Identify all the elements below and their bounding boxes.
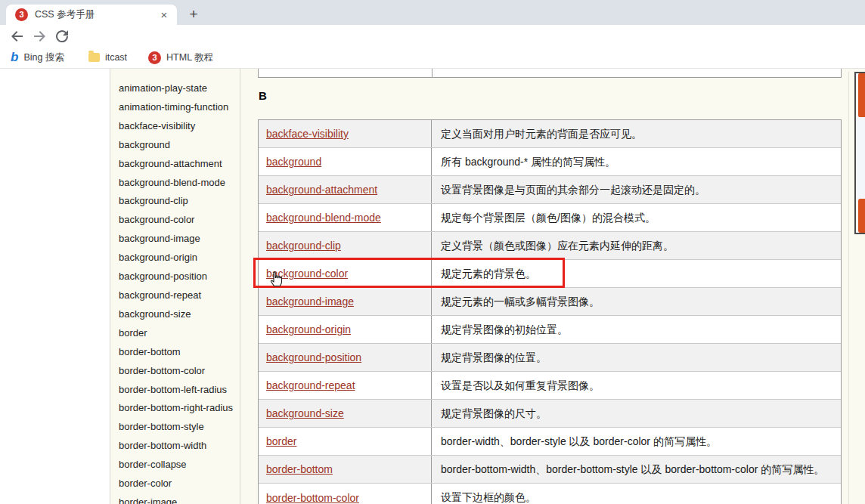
tab-close-icon[interactable]: × xyxy=(157,8,171,22)
browser-window: 3 CSS 参考手册 × + w3school.com.cn/cssref/in… xyxy=(0,0,865,504)
table-row: background 所有 background-* 属性的简写属性。 xyxy=(259,148,841,176)
property-cell: backface-visibility xyxy=(259,120,432,147)
sidebar-item[interactable]: background-blend-mode xyxy=(119,174,238,193)
refresh-icon[interactable] xyxy=(53,27,71,45)
property-link[interactable]: border-bottom xyxy=(266,463,333,475)
previous-table-partial xyxy=(258,69,842,78)
table-row: background-clip 定义背景（颜色或图像）应在元素内延伸的距离。 xyxy=(259,232,841,260)
sidebar-item[interactable]: background-position xyxy=(119,267,238,286)
description-cell: 规定每个背景图层（颜色/图像）的混合模式。 xyxy=(432,204,841,231)
description-cell: 规定元素的背景色。 xyxy=(432,260,841,287)
table-row: background-position 规定背景图像的位置。 xyxy=(259,344,841,372)
property-cell: background-image xyxy=(259,288,432,315)
table-row: background-origin 规定背景图像的初始位置。 xyxy=(259,316,841,344)
bookmarks-bar: b Bing 搜索 itcast 3 HTML 教程 xyxy=(0,47,865,69)
w3school-favicon-icon: 3 xyxy=(15,8,28,21)
browser-toolbar: w3school.com.cn/cssref/index.asp xyxy=(0,25,865,47)
hand-cursor-icon xyxy=(269,270,285,288)
sidebar-item[interactable]: border-bottom-width xyxy=(119,437,238,456)
sidebar-item[interactable]: animation-timing-function xyxy=(119,98,238,117)
description-text: 规定背景图像的初始位置。 xyxy=(441,323,568,337)
description-text: border-width、border-style 以及 border-colo… xyxy=(441,434,717,449)
property-cell: background-origin xyxy=(259,316,432,343)
description-text: 设置背景图像是与页面的其余部分一起滚动还是固定的。 xyxy=(441,183,705,197)
property-link[interactable]: background-blend-mode xyxy=(266,212,381,224)
css-reference-table: backface-visibility 定义当面对用户时元素的背面是否应可见。 … xyxy=(258,119,842,504)
table-row: border-bottom border-bottom-width、border… xyxy=(259,456,841,484)
property-index-sidebar: animation-play-state animation-timing-fu… xyxy=(119,79,238,504)
sidebar-item[interactable]: background-size xyxy=(119,305,238,324)
property-link[interactable]: border xyxy=(266,435,296,447)
sidebar-item[interactable]: background-color xyxy=(119,211,238,230)
description-cell: 定义当面对用户时元素的背面是否应可见。 xyxy=(432,120,841,147)
property-link[interactable]: background-clip xyxy=(266,240,341,252)
sidebar-item[interactable]: border-bottom-style xyxy=(119,418,238,437)
description-cell: 规定元素的一幅或多幅背景图像。 xyxy=(432,288,841,315)
description-text: 规定背景图像的尺寸。 xyxy=(441,407,547,421)
sidebar-item[interactable]: animation-play-state xyxy=(119,79,238,98)
back-icon[interactable] xyxy=(8,27,26,45)
property-cell: border-bottom xyxy=(259,456,432,483)
description-text: 规定背景图像的位置。 xyxy=(441,351,547,365)
description-cell: 规定背景图像的位置。 xyxy=(432,344,841,371)
description-text: 定义当面对用户时元素的背面是否应可见。 xyxy=(441,127,642,141)
property-link[interactable]: backface-visibility xyxy=(266,128,349,140)
property-cell: background-blend-mode xyxy=(259,204,432,231)
table-row: backface-visibility 定义当面对用户时元素的背面是否应可见。 xyxy=(259,120,841,148)
description-cell: 设置背景图像是与页面的其余部分一起滚动还是固定的。 xyxy=(432,176,841,203)
property-link[interactable]: background-image xyxy=(266,295,354,308)
table-row: background-blend-mode 规定每个背景图层（颜色/图像）的混合… xyxy=(259,204,841,232)
sidebar-item[interactable]: background-clip xyxy=(119,192,238,211)
sidebar-item[interactable]: border xyxy=(119,324,238,343)
property-cell: border-bottom-color xyxy=(259,484,432,504)
bookmark-label: Bing 搜索 xyxy=(23,51,64,64)
bookmark-label: HTML 教程 xyxy=(166,51,213,64)
bookmark-itcast[interactable]: itcast xyxy=(88,49,127,66)
description-text: 规定元素的背景色。 xyxy=(441,267,536,281)
bing-icon: b xyxy=(11,51,18,63)
sidebar-item[interactable]: background-origin xyxy=(119,249,238,267)
sidebar-item[interactable]: backface-visibility xyxy=(119,117,238,136)
table-row: border border-width、border-style 以及 bord… xyxy=(259,428,841,456)
divider xyxy=(432,69,432,77)
description-cell: 规定背景图像的尺寸。 xyxy=(432,400,841,427)
scrollbar-marker[interactable] xyxy=(858,199,865,233)
sidebar-item[interactable]: border-collapse xyxy=(119,456,238,475)
property-cell: background-size xyxy=(259,400,432,427)
property-link[interactable]: background-attachment xyxy=(266,184,377,196)
bookmark-html-tutorial[interactable]: 3 HTML 教程 xyxy=(148,49,213,66)
property-cell: background-clip xyxy=(259,232,432,259)
description-text: border-bottom-width、border-bottom-style … xyxy=(441,462,824,477)
property-link[interactable]: background-position xyxy=(266,351,361,363)
new-tab-button[interactable]: + xyxy=(184,6,203,24)
description-cell: border-bottom-width、border-bottom-style … xyxy=(432,456,841,483)
description-cell: 所有 background-* 属性的简写属性。 xyxy=(432,148,841,175)
sidebar-item[interactable]: background-attachment xyxy=(119,155,238,174)
property-link[interactable]: background-repeat xyxy=(266,379,355,391)
property-link[interactable]: background-origin xyxy=(266,323,351,335)
section-heading-b: B xyxy=(259,89,267,102)
bookmark-label: itcast xyxy=(105,52,127,63)
sidebar-item[interactable]: border-bottom-left-radius xyxy=(119,381,238,400)
property-link[interactable]: background-size xyxy=(266,407,344,419)
scrollbar-marker[interactable] xyxy=(858,73,865,117)
sidebar-item[interactable]: border-bottom xyxy=(119,343,238,362)
forward-icon[interactable] xyxy=(30,27,48,45)
w3school-icon: 3 xyxy=(148,51,161,64)
sidebar-item[interactable]: background-repeat xyxy=(119,286,238,305)
divider xyxy=(110,69,110,504)
divider xyxy=(848,72,849,504)
tab-css-reference[interactable]: 3 CSS 参考手册 × xyxy=(6,5,177,25)
table-row: background-color 规定元素的背景色。 xyxy=(259,260,841,288)
bookmark-bing[interactable]: b Bing 搜索 xyxy=(11,49,64,66)
sidebar-item[interactable]: border-color xyxy=(119,475,238,493)
property-link[interactable]: border-bottom-color xyxy=(266,492,359,504)
description-text: 设置下边框的颜色。 xyxy=(441,490,536,504)
property-link[interactable]: background xyxy=(266,156,321,168)
sidebar-item[interactable]: background-image xyxy=(119,230,238,249)
sidebar-item[interactable]: background xyxy=(119,136,238,155)
sidebar-item[interactable]: border-bottom-color xyxy=(119,362,238,381)
sidebar-item[interactable]: border-bottom-right-radius xyxy=(119,399,238,418)
sidebar-item[interactable]: border-image xyxy=(119,493,238,504)
property-cell: background xyxy=(259,148,432,175)
